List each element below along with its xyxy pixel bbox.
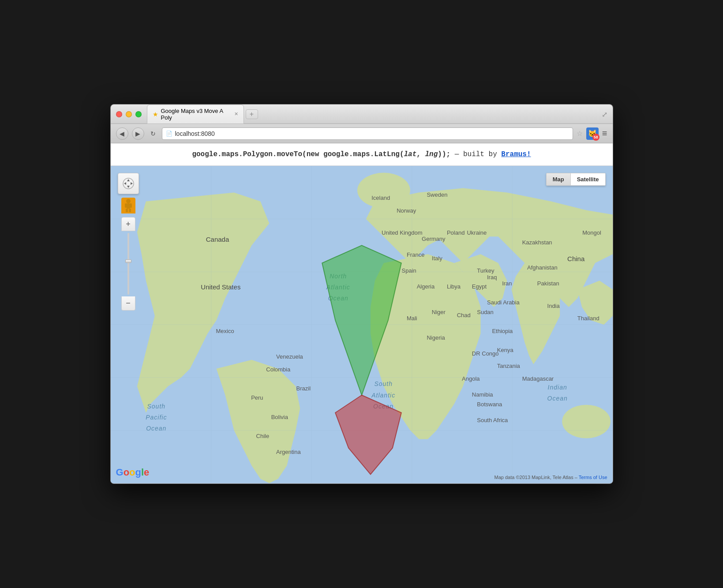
map-controls: + − [118,173,139,311]
expand-icon[interactable]: ⤢ [602,110,607,118]
pegman-button[interactable] [121,198,135,213]
minimize-button[interactable] [126,111,132,117]
refresh-button[interactable]: ↻ [148,128,158,139]
tab-label: Google Maps v3 Move A Poly [161,108,232,121]
map-type-control: Map Satellite [546,173,606,186]
svg-point-20 [126,199,131,203]
map-container[interactable]: Map Satellite [111,166,613,483]
map-type-satellite-button[interactable]: Satellite [571,173,605,185]
tab-bar: ★ Google Maps v3 Move A Poly ✕ + [147,105,607,124]
titlebar: ★ Google Maps v3 Move A Poly ✕ + ⤢ [111,105,613,124]
svg-marker-17 [127,186,130,188]
google-brand: Google [116,467,150,478]
zoom-slider-thumb[interactable] [125,259,131,263]
svg-point-2 [562,405,611,438]
tab-close-icon[interactable]: ✕ [234,111,238,117]
zoom-in-button[interactable]: + [121,217,135,231]
svg-point-3 [378,204,397,216]
svg-rect-24 [125,203,127,208]
bookmark-star-icon[interactable]: ☆ [577,129,583,138]
zoom-control: + − [121,217,135,311]
code-snippet: google.maps.Polygon.moveTo(new google.ma… [192,150,450,158]
page-icon: 📄 [166,131,172,137]
extension-button[interactable]: 🐱 58 [586,127,599,140]
svg-marker-16 [127,179,130,181]
header-separator: — built by [455,150,502,158]
zoom-out-button[interactable]: − [121,296,135,311]
attribution-text: Map data ©2013 MapLink, Tele Atlas – [494,475,579,480]
terms-of-use-link[interactable]: Terms of Use [579,475,607,480]
map-attribution: Map data ©2013 MapLink, Tele Atlas – Ter… [494,475,607,480]
page-header: google.maps.Polygon.moveTo(new google.ma… [111,143,613,166]
svg-marker-18 [124,182,126,185]
new-tab-button[interactable]: + [246,109,258,119]
svg-marker-19 [131,182,133,185]
active-tab[interactable]: ★ Google Maps v3 Move A Poly ✕ [147,105,244,124]
bookmark-icon: ★ [153,111,158,118]
zoom-slider-track [127,233,129,295]
map-background [111,166,613,483]
url-bar[interactable]: 📄 localhost:8080 [162,127,573,140]
author-link[interactable]: Bramus! [501,150,531,158]
svg-rect-21 [127,203,130,209]
url-text: localhost:8080 [175,130,569,137]
svg-rect-22 [126,209,128,212]
traffic-lights [116,111,142,117]
pan-control[interactable] [118,173,139,194]
map-type-map-button[interactable]: Map [547,173,571,185]
svg-rect-23 [129,209,131,212]
forward-button[interactable]: ▶ [132,127,144,140]
address-bar: ◀ ▶ ↻ 📄 localhost:8080 ☆ 🐱 58 ≡ [111,124,613,143]
svg-rect-25 [130,203,132,208]
close-button[interactable] [116,111,122,117]
menu-button[interactable]: ≡ [602,128,607,139]
extension-badge: 58 [592,134,599,141]
maximize-button[interactable] [135,111,142,117]
browser-window: ★ Google Maps v3 Move A Poly ✕ + ⤢ ◀ ▶ ↻… [110,104,613,484]
back-button[interactable]: ◀ [116,127,128,140]
